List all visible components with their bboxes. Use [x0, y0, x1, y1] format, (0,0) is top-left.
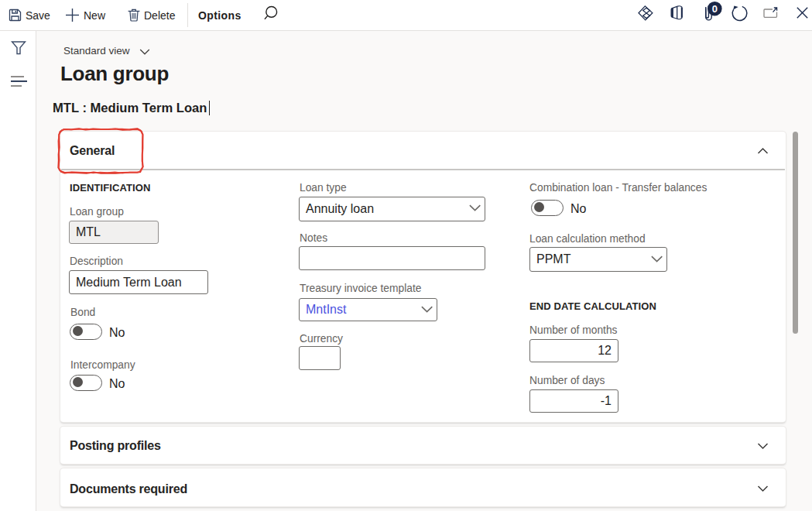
- svg-text:0: 0: [712, 3, 718, 15]
